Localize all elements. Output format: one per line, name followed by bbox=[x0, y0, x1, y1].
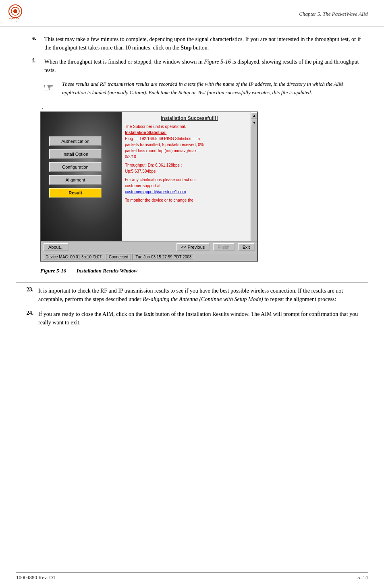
result-link[interactable]: customersupport@apertone1.com bbox=[125, 189, 247, 195]
previous-button[interactable]: << Previous bbox=[176, 243, 210, 251]
nav-btn-install-option[interactable]: Install Option bbox=[49, 149, 102, 159]
status-time: Tue Jun 03 15:27:59 PDT 2003 bbox=[133, 254, 194, 260]
scroll-up-arrow[interactable]: ▲ bbox=[251, 112, 257, 119]
logo-svg: aperto networks bbox=[8, 4, 38, 22]
logo: aperto networks bbox=[8, 4, 40, 24]
alpha-label-e: e. bbox=[32, 35, 44, 52]
result-title: Installation Successful!!! bbox=[125, 116, 254, 121]
scroll-down-arrow[interactable]: ▼ bbox=[251, 120, 257, 126]
dot-leader: . bbox=[42, 104, 44, 111]
result-line8: Throughput: Dn: 6,061,128bps ; bbox=[125, 162, 247, 168]
result-line9: Up:5,637,504bps bbox=[125, 168, 247, 174]
result-line2: Installation Statistics: bbox=[125, 130, 247, 136]
item-23-content: It is important to check the RF and IP t… bbox=[38, 287, 368, 303]
figure-caption-label: Figure 5-16 bbox=[40, 268, 66, 274]
numbered-item-24: 24. If you are ready to close the AIM, c… bbox=[16, 310, 368, 327]
finish-button[interactable]: Finish bbox=[213, 243, 234, 251]
alpha-list: e. This test may take a few minutes to c… bbox=[32, 35, 368, 74]
item-24-bold: Exit bbox=[144, 311, 154, 317]
result-line4: packets transmitted, 5 packets received,… bbox=[125, 142, 247, 148]
screenshot-inner: Authentication Install Option Configurat… bbox=[41, 112, 257, 241]
screenshot-status-bar: Device MAC: 00:01:3b:10:f0:07 Connected … bbox=[41, 253, 257, 261]
item-24-text1: If you are ready to close the AIM, click… bbox=[38, 311, 144, 317]
status-mac: Device MAC: 00:01:3b:10:f0:07 bbox=[43, 254, 104, 260]
svg-text:aperto: aperto bbox=[9, 17, 19, 20]
screenshot-box: Authentication Install Option Configurat… bbox=[40, 111, 258, 262]
note-box: ☞ These results and RF transmission resu… bbox=[40, 80, 344, 97]
nav-btn-authentication[interactable]: Authentication bbox=[49, 136, 102, 146]
nav-btn-result[interactable]: Result bbox=[49, 188, 102, 198]
stop-bold: Stop bbox=[181, 45, 191, 51]
figure-container: . Authentication Install Option Configur… bbox=[40, 104, 344, 274]
exit-button[interactable]: Exit bbox=[238, 243, 255, 251]
about-button[interactable]: About... bbox=[44, 243, 68, 251]
figure-caption-text: Installation Results Window bbox=[77, 268, 137, 274]
result-line5: packet loss round-trip (ms) min/avg/max … bbox=[125, 148, 247, 154]
result-scrollbar[interactable]: ▲ ▼ bbox=[251, 112, 257, 241]
nav-btn-configuration[interactable]: Configuration bbox=[49, 162, 102, 172]
item-24-label: 24. bbox=[16, 310, 38, 327]
alpha-content-e: This test may take a few minutes to comp… bbox=[44, 35, 368, 52]
footer-left: 10004880 Rev. D1 bbox=[16, 574, 56, 581]
nav-btn-alignment[interactable]: Alignment bbox=[49, 175, 102, 185]
item-23-label: 23. bbox=[16, 287, 38, 303]
figure-caption: Figure 5-16 Installation Results Window bbox=[40, 265, 137, 274]
screenshot-left-panel: Authentication Install Option Configurat… bbox=[41, 112, 122, 241]
status-connected: Connected bbox=[106, 254, 131, 260]
note-text: These results and RF transmission result… bbox=[62, 80, 344, 97]
numbered-item-23: 23. It is important to check the RF and … bbox=[16, 287, 368, 303]
page-content: e. This test may take a few minutes to c… bbox=[0, 27, 384, 345]
svg-text:networks: networks bbox=[9, 21, 19, 22]
result-line6: 0/2/10 bbox=[125, 154, 247, 160]
chapter-title: Chapter 5. The PacketWave AIM bbox=[299, 11, 368, 17]
result-line3: Ping ----192.168.5.69 PING Statistics---… bbox=[125, 136, 247, 142]
alpha-item-f: f. When the throughput test is finished … bbox=[32, 58, 368, 74]
page-header: aperto networks Chapter 5. The PacketWav… bbox=[0, 0, 384, 27]
result-body: The Subscriber unit is operational. Inst… bbox=[125, 124, 254, 203]
note-icon: ☞ bbox=[40, 80, 56, 97]
figure-ref: Figure 5-16 bbox=[204, 59, 231, 65]
text-f-before: When the throughput test is finished or … bbox=[44, 59, 204, 65]
figure-caption-spacer bbox=[67, 268, 75, 274]
alpha-label-f: f. bbox=[32, 58, 44, 74]
result-line11: For any clarifications please contact ou… bbox=[125, 177, 247, 183]
screenshot-right-panel: ▲ ▼ Installation Successful!!! The Subsc… bbox=[122, 112, 257, 241]
nav-buttons: Authentication Install Option Configurat… bbox=[49, 136, 102, 198]
item-23-text2: to repeat the alignment process: bbox=[263, 296, 336, 302]
screenshot-buttons: About... << Previous Finish Exit bbox=[41, 241, 257, 253]
alpha-content-f: When the throughput test is finished or … bbox=[44, 58, 368, 74]
alpha-item-e: e. This test may take a few minutes to c… bbox=[32, 35, 368, 52]
text-e-after: button. bbox=[192, 45, 209, 51]
page-footer: 10004880 Rev. D1 5–14 bbox=[16, 572, 368, 581]
result-line1: The Subscriber unit is operational. bbox=[125, 124, 247, 130]
svg-point-2 bbox=[13, 9, 17, 13]
footer-right: 5–14 bbox=[357, 574, 368, 581]
item-24-content: If you are ready to close the AIM, click… bbox=[38, 310, 368, 327]
result-line14: To monitor the device or to change the bbox=[125, 197, 247, 203]
item-23-italic: Re-aligning the Antenna (Continue with S… bbox=[143, 296, 263, 302]
result-line12: customer support at bbox=[125, 183, 247, 189]
